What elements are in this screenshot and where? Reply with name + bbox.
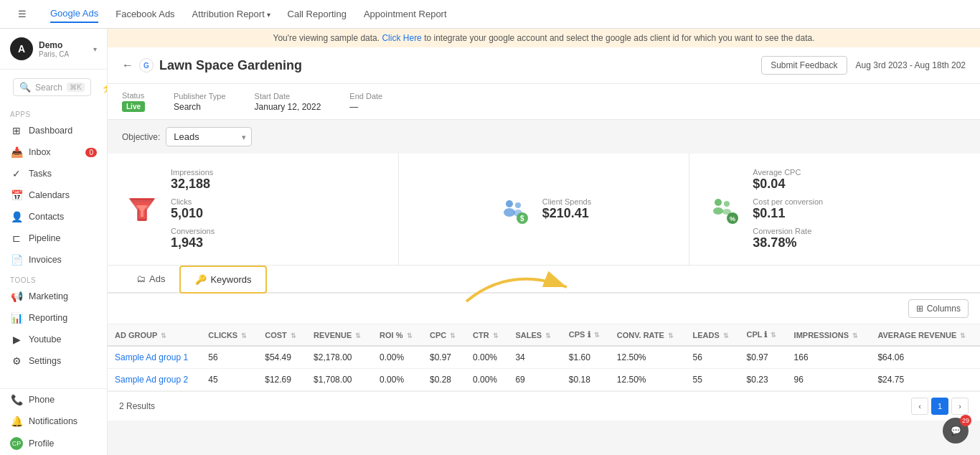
sidebar-item-label: Invoices xyxy=(29,255,62,265)
nav-google-ads[interactable]: Google Ads xyxy=(50,5,98,23)
back-button[interactable]: ← xyxy=(122,59,133,72)
row1-leads: 56 xyxy=(685,346,739,369)
sidebar-item-calendars[interactable]: 📅 Calendars xyxy=(0,184,107,206)
sidebar-item-notifications[interactable]: 🔔 Notifications xyxy=(0,411,107,432)
inbox-icon: 📥 xyxy=(10,146,23,158)
invoices-icon: 📄 xyxy=(10,254,23,266)
clicks-value: 5,010 xyxy=(171,206,215,221)
table-section: ⊞ Columns AD GROUP ⇅ CLICKS ⇅ COST ⇅ REV… xyxy=(108,294,980,421)
col-ctr[interactable]: CTR ⇅ xyxy=(466,324,508,346)
lightning-icon[interactable]: ⚡ xyxy=(101,82,108,93)
impressions-label: Impressions xyxy=(171,168,215,177)
stat-card-impressions: Impressions 32,188 Clicks 5,010 Conversi… xyxy=(108,154,399,265)
col-avg-revenue[interactable]: AVERAGE REVENUE ⇅ xyxy=(870,324,980,346)
row2-leads: 55 xyxy=(685,369,739,391)
col-cpc[interactable]: CPC ⇅ xyxy=(423,324,466,346)
calendars-icon: 📅 xyxy=(10,189,23,201)
prev-page-button[interactable]: ‹ xyxy=(911,398,928,415)
col-leads[interactable]: LEADS ⇅ xyxy=(685,324,739,346)
col-clicks[interactable]: CLICKS ⇅ xyxy=(201,324,258,346)
clicks-label: Clicks xyxy=(171,197,215,206)
pipeline-icon: ⊏ xyxy=(10,233,23,244)
sidebar-item-profile[interactable]: CP Profile xyxy=(0,432,107,455)
nav-facebook-ads[interactable]: Facebook Ads xyxy=(116,6,174,22)
tools-section-label: Tools xyxy=(0,271,107,286)
cost-per-conversion-label: Cost per conversion xyxy=(753,197,823,206)
hamburger-icon[interactable]: ☰ xyxy=(11,4,33,25)
columns-button[interactable]: ⊞ Columns xyxy=(908,299,969,318)
sidebar-item-invoices[interactable]: 📄 Invoices xyxy=(0,249,107,271)
sidebar-item-reporting[interactable]: 📊 Reporting xyxy=(0,307,107,329)
row2-cost: $12.69 xyxy=(258,369,306,391)
sidebar-item-label: Marketing xyxy=(29,291,68,301)
client-spends-value: $210.41 xyxy=(542,206,592,221)
page-1-button[interactable]: 1 xyxy=(931,398,948,415)
svg-point-3 xyxy=(504,208,515,217)
sidebar-item-label: Contacts xyxy=(29,212,64,222)
col-sales[interactable]: SALES ⇅ xyxy=(508,324,561,346)
svg-point-8 xyxy=(715,199,722,206)
sidebar-item-contacts[interactable]: 👤 Contacts xyxy=(0,206,107,228)
row2-ad-group[interactable]: Sample Ad group 2 xyxy=(108,369,201,391)
sidebar-item-label: Calendars xyxy=(29,190,70,200)
status-label: Status xyxy=(122,91,145,100)
start-date-value: January 12, 2022 xyxy=(255,102,321,112)
youtube-icon: ▶ xyxy=(10,334,23,345)
search-bar[interactable]: 🔍 Search ⌘K xyxy=(13,78,91,96)
contacts-icon: 👤 xyxy=(10,211,23,222)
sidebar-item-phone[interactable]: 📞 Phone xyxy=(0,389,107,411)
top-navigation: ☰ Google Ads Facebook Ads Attribution Re… xyxy=(0,0,980,29)
chevron-down-icon: ▾ xyxy=(93,45,97,53)
col-revenue[interactable]: REVENUE ⇅ xyxy=(306,324,372,346)
sidebar-item-tasks[interactable]: ✓ Tasks xyxy=(0,163,107,184)
search-placeholder: Search xyxy=(35,83,62,93)
sidebar-item-dashboard[interactable]: ⊞ Dashboard xyxy=(0,120,107,141)
sidebar-item-label: Inbox xyxy=(29,147,51,157)
svg-point-9 xyxy=(713,207,723,215)
col-roi[interactable]: ROI % ⇅ xyxy=(372,324,423,346)
notifications-icon: 🔔 xyxy=(10,416,23,427)
objective-dropdown[interactable]: Leads Sales Traffic xyxy=(166,127,252,146)
row1-conv-rate: 12.50% xyxy=(610,346,686,369)
banner-link[interactable]: Click Here xyxy=(382,33,421,43)
col-impressions[interactable]: IMPRESSIONS ⇅ xyxy=(787,324,871,346)
tasks-icon: ✓ xyxy=(10,168,23,179)
tab-ads[interactable]: 🗂 Ads xyxy=(122,266,179,294)
col-cpl[interactable]: CPL ℹ ⇅ xyxy=(740,324,787,346)
publisher-type-value: Search xyxy=(174,102,226,112)
nav-attribution-report[interactable]: Attribution Report xyxy=(192,6,270,22)
tab-keywords[interactable]: 🔑 Keywords xyxy=(179,266,267,294)
sidebar-item-pipeline[interactable]: ⊏ Pipeline xyxy=(0,228,107,249)
next-page-button[interactable]: › xyxy=(951,398,969,415)
ads-tab-label: Ads xyxy=(149,273,165,284)
search-kbd: ⌘K xyxy=(67,83,85,92)
sidebar-item-marketing[interactable]: 📢 Marketing xyxy=(0,286,107,307)
client-spends-label: Client Spends xyxy=(542,197,592,206)
objective-row: Objective: Leads Sales Traffic xyxy=(108,120,980,154)
phone-icon: 📞 xyxy=(10,394,23,405)
sidebar-item-youtube[interactable]: ▶ Youtube xyxy=(0,329,107,350)
table-toolbar: ⊞ Columns xyxy=(108,294,980,324)
nav-call-reporting[interactable]: Call Reporting xyxy=(288,6,347,22)
conversions-label: Conversions xyxy=(171,227,215,235)
sidebar-item-settings[interactable]: ⚙ Settings xyxy=(0,350,107,372)
col-cps[interactable]: CPS ℹ ⇅ xyxy=(562,324,610,346)
col-conv-rate[interactable]: CONV. RATE ⇅ xyxy=(610,324,686,346)
columns-icon: ⊞ xyxy=(916,304,923,314)
col-ad-group[interactable]: AD GROUP ⇅ xyxy=(108,324,201,346)
sidebar-user-header[interactable]: A Demo Paris, CA ▾ xyxy=(0,29,107,70)
row1-cps: $1.60 xyxy=(562,346,610,369)
avatar: A xyxy=(10,37,33,60)
sidebar-item-inbox[interactable]: 📥 Inbox 0 xyxy=(0,141,107,163)
nav-appointment-report[interactable]: Appointment Report xyxy=(364,6,447,22)
submit-feedback-button[interactable]: Submit Feedback xyxy=(761,56,847,75)
ads-tab-icon: 🗂 xyxy=(136,273,146,284)
avg-cpc-label: Average CPC xyxy=(753,168,823,177)
sidebar-item-label: Youtube xyxy=(29,334,61,344)
row2-cpc: $0.28 xyxy=(423,369,466,391)
google-icon: G xyxy=(139,58,154,72)
row1-ad-group[interactable]: Sample Ad group 1 xyxy=(108,346,201,369)
col-cost[interactable]: COST ⇅ xyxy=(258,324,306,346)
chat-widget[interactable]: 💬 29 xyxy=(943,418,969,444)
row1-cpc: $0.97 xyxy=(423,346,466,369)
